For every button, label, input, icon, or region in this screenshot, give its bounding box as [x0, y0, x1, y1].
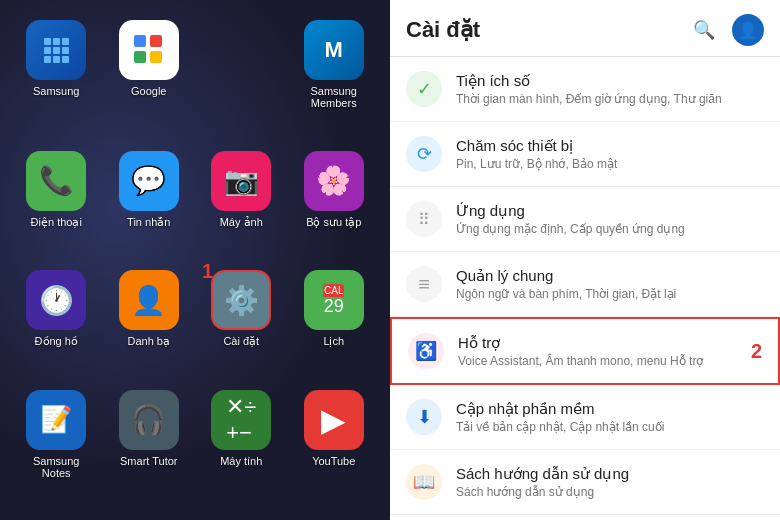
app-google[interactable]: Google [108, 20, 191, 141]
clock-icon: 🕐 [26, 270, 86, 330]
update-subtitle: Tải về bản cập nhật, Cập nhật lần cuối [456, 420, 764, 434]
settings-header: Cài đặt 🔍 👤 [390, 0, 780, 57]
digital-wellbeing-text: Tiện ích số Thời gian màn hình, Đếm giờ … [456, 72, 764, 106]
settings-item-digital-wellbeing[interactable]: ✓ Tiện ích số Thời gian màn hình, Đếm gi… [390, 57, 780, 122]
accessibility-subtitle: Voice Assistant, Âm thanh mono, menu Hỗ … [458, 354, 743, 368]
app-tutor[interactable]: 🎧 Smart Tutor [108, 390, 191, 511]
app-messages[interactable]: 💬 Tin nhắn [108, 151, 191, 261]
settings-icon: ⚙️ [211, 270, 271, 330]
app-calendar-label: Lịch [323, 335, 344, 348]
app-camera[interactable]: 📷 Máy ảnh [200, 151, 283, 261]
app-calendar[interactable]: CAL 29 Lịch [293, 270, 376, 380]
app-clock-label: Đồng hồ [35, 335, 78, 348]
app-contacts-label: Danh bạ [128, 335, 170, 348]
app-gallery-label: Bộ sưu tập [306, 216, 361, 229]
settings-list: ✓ Tiện ích số Thời gian màn hình, Đếm gi… [390, 57, 780, 520]
accessibility-text: Hỗ trợ Voice Assistant, Âm thanh mono, m… [458, 334, 743, 368]
app-members[interactable]: M SamsungMembers [293, 20, 376, 141]
contacts-icon: 👤 [119, 270, 179, 330]
general-subtitle: Ngôn ngữ và bàn phím, Thời gian, Đặt lại [456, 287, 764, 301]
app-settings-label: Cài đặt [223, 335, 259, 348]
app-youtube[interactable]: ▶ YouTube [293, 390, 376, 511]
app-samsung-label: Samsung [33, 85, 79, 97]
accessibility-title: Hỗ trợ [458, 334, 743, 352]
app-camera-label: Máy ảnh [220, 216, 263, 229]
accessibility-icon: ♿ [408, 333, 444, 369]
manual-subtitle: Sách hướng dẫn sử dụng [456, 485, 764, 499]
update-title: Cập nhật phần mềm [456, 400, 764, 418]
app-empty [200, 20, 283, 141]
app-tutor-label: Smart Tutor [120, 455, 177, 467]
manual-text: Sách hướng dẫn sử dụng Sách hướng dẫn sử… [456, 465, 764, 499]
phone-icon: 📞 [26, 151, 86, 211]
app-phone[interactable]: 📞 Điện thoại [15, 151, 98, 261]
calculator-icon: ✕÷+− [211, 390, 271, 450]
settings-item-general[interactable]: ≡ Quản lý chung Ngôn ngữ và bàn phím, Th… [390, 252, 780, 317]
members-icon: M [304, 20, 364, 80]
apps-icon: ⠿ [406, 201, 442, 237]
manual-title: Sách hướng dẫn sử dụng [456, 465, 764, 483]
app-members-label: SamsungMembers [311, 85, 357, 109]
calendar-icon: CAL 29 [304, 270, 364, 330]
general-title: Quản lý chung [456, 267, 764, 285]
digital-wellbeing-subtitle: Thời gian màn hình, Đếm giờ ứng dụng, Th… [456, 92, 764, 106]
app-notes-label: SamsungNotes [33, 455, 79, 479]
app-youtube-label: YouTube [312, 455, 355, 467]
general-text: Quản lý chung Ngôn ngữ và bàn phím, Thời… [456, 267, 764, 301]
settings-screen: Cài đặt 🔍 👤 ✓ Tiện ích số Thời gian màn … [390, 0, 780, 520]
digital-wellbeing-icon: ✓ [406, 71, 442, 107]
app-google-label: Google [131, 85, 166, 97]
app-grid: Samsung Google M SamsungMembers 📞 Điện t… [15, 20, 375, 510]
header-icons: 🔍 👤 [688, 14, 764, 46]
general-icon: ≡ [406, 266, 442, 302]
settings-item-accessibility[interactable]: ♿ Hỗ trợ Voice Assistant, Âm thanh mono,… [390, 317, 780, 385]
tutor-icon: 🎧 [119, 390, 179, 450]
apps-subtitle: Ứng dụng mặc định, Cấp quyền ứng dụng [456, 222, 764, 236]
app-notes[interactable]: 📝 SamsungNotes [15, 390, 98, 511]
app-clock[interactable]: 🕐 Đồng hồ [15, 270, 98, 380]
app-gallery[interactable]: 🌸 Bộ sưu tập [293, 151, 376, 261]
samsung-icon [26, 20, 86, 80]
device-care-icon: ⟳ [406, 136, 442, 172]
app-contacts[interactable]: 👤 Danh bạ [108, 270, 191, 380]
device-care-subtitle: Pin, Lưu trữ, Bộ nhớ, Bảo mật [456, 157, 764, 171]
google-icon [119, 20, 179, 80]
search-button[interactable]: 🔍 [688, 14, 720, 46]
camera-icon: 📷 [211, 151, 271, 211]
settings-item-manual[interactable]: 📖 Sách hướng dẫn sử dụng Sách hướng dẫn … [390, 450, 780, 515]
app-phone-label: Điện thoại [31, 216, 82, 229]
app-calculator-label: Máy tính [220, 455, 262, 467]
gallery-icon: 🌸 [304, 151, 364, 211]
account-avatar[interactable]: 👤 [732, 14, 764, 46]
update-icon: ⬇ [406, 399, 442, 435]
settings-item-update[interactable]: ⬇ Cập nhật phần mềm Tải về bản cập nhật,… [390, 385, 780, 450]
device-care-text: Chăm sóc thiết bị Pin, Lưu trữ, Bộ nhớ, … [456, 137, 764, 171]
app-messages-label: Tin nhắn [127, 216, 170, 229]
app-samsung[interactable]: Samsung [15, 20, 98, 141]
settings-title: Cài đặt [406, 17, 480, 43]
update-text: Cập nhật phần mềm Tải về bản cập nhật, C… [456, 400, 764, 434]
youtube-icon: ▶ [304, 390, 364, 450]
settings-item-device-care[interactable]: ⟳ Chăm sóc thiết bị Pin, Lưu trữ, Bộ nhớ… [390, 122, 780, 187]
digital-wellbeing-title: Tiện ích số [456, 72, 764, 90]
apps-text: Ứng dụng Ứng dụng mặc định, Cấp quyền ứn… [456, 202, 764, 236]
manual-icon: 📖 [406, 464, 442, 500]
messages-icon: 💬 [119, 151, 179, 211]
app-settings[interactable]: ⚙️ 1 Cài đặt [200, 270, 283, 380]
device-care-title: Chăm sóc thiết bị [456, 137, 764, 155]
home-screen: Samsung Google M SamsungMembers 📞 Điện t… [0, 0, 390, 520]
app-calculator[interactable]: ✕÷+− Máy tính [200, 390, 283, 511]
step2-label: 2 [751, 340, 762, 363]
settings-item-about[interactable]: ℹ Thông tin điện thoại [390, 515, 780, 520]
notes-icon: 📝 [26, 390, 86, 450]
settings-item-apps[interactable]: ⠿ Ứng dụng Ứng dụng mặc định, Cấp quyền … [390, 187, 780, 252]
apps-title: Ứng dụng [456, 202, 764, 220]
